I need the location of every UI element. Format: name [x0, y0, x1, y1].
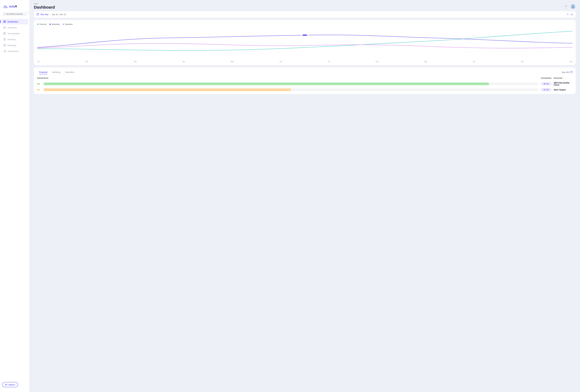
x-label-oct: Oct	[473, 61, 475, 63]
legend-item-marketing: Marketing	[50, 23, 59, 25]
scores-header: Overall Score Connections Scorecard	[37, 77, 573, 79]
score-value-2: 0.5	[37, 89, 42, 91]
tabs-right: May 2023	[562, 71, 573, 74]
bottom-panel: Financial Marketing Operations May 2023	[34, 67, 576, 94]
sidebar-item-dashboard[interactable]: Dashboard	[1, 19, 28, 24]
tab-financial[interactable]: Financial	[37, 70, 50, 74]
bottom-tabs: Financial Marketing Operations May 2023	[37, 70, 573, 74]
x-label-sep: Sep	[424, 61, 427, 63]
logo-area: autyfi	[0, 3, 29, 12]
legend-item-operation: Operation	[63, 23, 73, 25]
invoice-icon	[3, 38, 6, 41]
reporting-icon	[3, 44, 6, 47]
sidebar-item-label: Connections	[7, 50, 19, 52]
svg-rect-19	[571, 71, 572, 73]
connections-header: Connections	[541, 77, 552, 79]
x-label-dec: Dec	[570, 61, 573, 63]
progress-track-2	[43, 89, 539, 91]
svg-rect-1	[5, 21, 5, 21]
scorecard-name-1: QBO Data Quality Check	[554, 82, 573, 86]
chevron-down-icon: ▼	[4, 13, 5, 15]
x-label-jun: Jun	[280, 61, 282, 63]
tab-marketing[interactable]: Marketing	[50, 70, 63, 74]
chart-area	[37, 27, 573, 60]
support-button[interactable]: Support	[2, 382, 18, 387]
legend-label-marketing: Marketing	[52, 23, 59, 25]
sidebar-item-label: Dashboard	[7, 20, 18, 23]
x-label-may: May	[231, 61, 234, 63]
calendar-icon-small[interactable]	[570, 71, 573, 74]
svg-point-8	[5, 50, 6, 51]
svg-point-12	[572, 5, 574, 7]
header: Hello, Dashboard ?	[29, 0, 580, 11]
support-label: Support	[8, 384, 15, 386]
chart-card: Financial Marketing Operation	[34, 20, 576, 65]
calendar-icon	[36, 13, 39, 16]
sidebar-item-normalization[interactable]: Normalization	[1, 31, 28, 36]
sidebar-item-connections[interactable]: Connections	[1, 48, 28, 54]
svg-point-9	[5, 52, 6, 52]
nav-menu: Dashboard Scorecard Normalization	[0, 19, 29, 380]
legend-label-financial: Financial	[39, 23, 46, 25]
svg-rect-13	[37, 13, 39, 15]
connection-badge-2: 91 / 95	[541, 88, 552, 91]
sidebar-item-invoicing[interactable]: Invoicing	[1, 36, 28, 42]
svg-rect-5	[4, 32, 5, 34]
svg-rect-4	[4, 27, 5, 28]
svg-point-14	[572, 14, 572, 15]
sidebar-item-reporting[interactable]: Reporting	[1, 42, 28, 48]
sidebar: autyfi ▼ Taco Kitchen Franchise Dashboar…	[0, 0, 29, 392]
sidebar-item-label: Invoicing	[7, 38, 15, 40]
score-value-1: 0.9	[37, 83, 42, 85]
table-row: 0.9 93 / 95 QBO Data Quality Check	[37, 82, 573, 86]
x-label-feb: Feb	[85, 61, 88, 63]
header-actions: ?	[564, 3, 576, 9]
date-filter-bar: This Year | Jan '23 - Dec '23	[34, 11, 576, 18]
sidebar-footer: Support	[0, 380, 29, 389]
score-bar-row-1: 0.9	[37, 83, 539, 85]
settings-icon-button[interactable]	[571, 13, 573, 16]
x-label-mar: Mar	[134, 61, 137, 63]
avatar[interactable]	[570, 4, 576, 9]
x-label-apr: Apr	[182, 61, 185, 63]
svg-point-7	[4, 51, 4, 51]
connections-icon	[3, 50, 6, 52]
sidebar-item-label: Normalization	[7, 32, 20, 35]
filter-icon-button[interactable]	[567, 13, 569, 16]
scorecard-header: Scorecard	[554, 77, 573, 79]
x-label-nov: Nov	[521, 61, 524, 63]
date-preset-label[interactable]: This Year	[40, 13, 49, 15]
sidebar-collapse-button[interactable]	[28, 10, 31, 13]
x-label-jan: Jan	[37, 61, 40, 63]
svg-rect-3	[5, 22, 5, 22]
chart-legend: Financial Marketing Operation	[37, 23, 573, 25]
help-button[interactable]: ?	[564, 4, 569, 9]
operation-dot	[63, 24, 64, 25]
sidebar-item-label: Reporting	[7, 44, 16, 46]
org-selector[interactable]: ▼ Taco Kitchen Franchise	[2, 12, 27, 16]
sidebar-item-scorecard[interactable]: Scorecard	[1, 25, 28, 30]
marketing-dot	[50, 24, 51, 25]
card-icon	[3, 26, 6, 29]
svg-rect-0	[4, 21, 4, 21]
progress-fill-1	[43, 83, 489, 85]
chart-x-labels: Jan Feb Mar Apr May Jun Jul Aug Sep Oct …	[37, 60, 573, 63]
content-area: This Year | Jan '23 - Dec '23	[29, 11, 580, 392]
greeting-text: Hello,	[34, 3, 55, 5]
x-label-jul: Jul	[328, 61, 330, 63]
date-divider: |	[50, 13, 50, 16]
scorecard-name-2: Sales Targets	[554, 89, 573, 91]
scores-section: Overall Score Connections Scorecard 0.9 …	[37, 77, 573, 91]
grid-icon	[3, 20, 6, 23]
financial-dot	[37, 24, 38, 25]
progress-track-1	[43, 83, 539, 85]
header-text: Hello, Dashboard	[34, 3, 55, 9]
panel-date-label: May 2023	[562, 71, 570, 73]
svg-point-18	[301, 34, 308, 36]
table-row: 0.5 91 / 95 Sales Targets	[37, 88, 573, 91]
svg-rect-2	[4, 22, 4, 22]
legend-label-operation: Operation	[65, 23, 73, 25]
overall-score-header: Overall Score	[37, 77, 539, 79]
tab-operations[interactable]: Operations	[63, 70, 77, 74]
date-range-text: Jan '23 - Dec '23	[52, 13, 66, 15]
